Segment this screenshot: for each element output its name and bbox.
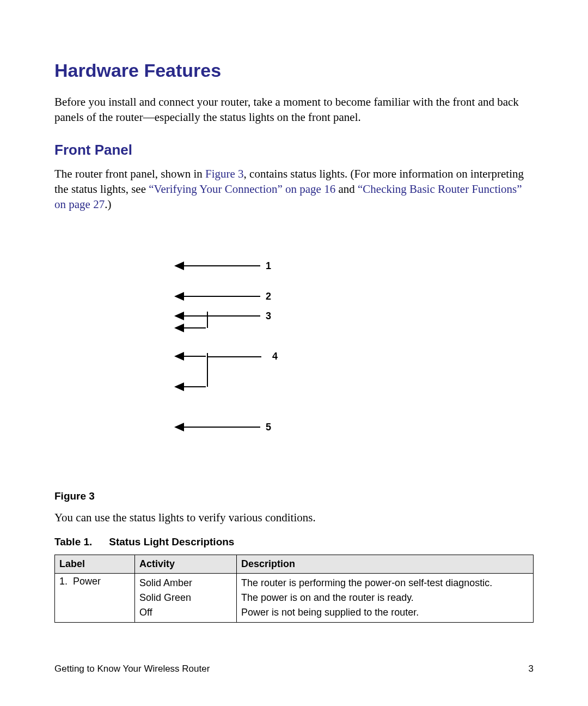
- bracket-line: [207, 312, 208, 328]
- col-header-activity: Activity: [135, 555, 237, 574]
- section-title-front-panel: Front Panel: [54, 142, 534, 159]
- callout-5: 5: [174, 422, 271, 433]
- arrow-line: [184, 315, 260, 317]
- status-light-table: Label Activity Description 1. Power Soli…: [54, 555, 534, 623]
- arrow-left-icon: [174, 312, 184, 320]
- table-number: Table 1.: [54, 536, 106, 548]
- description-value: Power is not being supplied to the route…: [241, 605, 529, 620]
- arrow-line: [184, 327, 206, 328]
- arrow-left-icon: [174, 261, 184, 270]
- arrow-line: [184, 265, 260, 266]
- front-panel-diagram: 1 2 3: [54, 240, 534, 474]
- front-text-a: The router front panel, shown in: [54, 167, 205, 180]
- callout-label-5: 5: [266, 422, 271, 433]
- arrow-line: [184, 356, 206, 357]
- callout-label-2: 2: [266, 291, 271, 302]
- table-subtitle: Status Light Descriptions: [109, 536, 234, 547]
- arrow-left-icon: [174, 352, 184, 361]
- callout-label-4: 4: [272, 351, 278, 362]
- table-row: 1. Power Solid Amber Solid Green Off The…: [55, 574, 534, 623]
- link-verifying-connection[interactable]: “Verifying Your Connection” on page 16: [149, 182, 335, 196]
- activity-value: Solid Green: [139, 591, 232, 605]
- callout-label-1: 1: [266, 260, 271, 272]
- row-label: Power: [73, 576, 101, 587]
- callout-3: 3: [174, 311, 271, 322]
- arrow-left-icon: [174, 324, 184, 332]
- callout-1: 1: [174, 260, 271, 272]
- footer-section-title: Getting to Know Your Wireless Router: [54, 664, 210, 674]
- description-value: The power is on and the router is ready.: [241, 591, 529, 605]
- arrow-left-icon: [174, 292, 184, 301]
- arrow-left-icon: [174, 423, 184, 431]
- callout-4-top: [174, 352, 206, 361]
- col-header-description: Description: [237, 555, 534, 574]
- front-text-c: and: [335, 182, 358, 196]
- activity-value: Off: [139, 605, 232, 620]
- post-figure-paragraph: You can use the status lights to verify …: [54, 510, 534, 525]
- activity-value: Solid Amber: [139, 576, 232, 591]
- link-figure-3[interactable]: Figure 3: [205, 167, 244, 180]
- bracket-line: [207, 353, 208, 387]
- arrow-line: [184, 386, 206, 387]
- description-value: The router is performing the power-on se…: [241, 576, 529, 591]
- arrow-left-icon: [174, 382, 184, 391]
- intro-paragraph: Before you install and connect your rout…: [54, 94, 534, 125]
- row-number: 1.: [59, 576, 68, 587]
- callout-4-bottom: [174, 382, 206, 391]
- front-panel-paragraph: The router front panel, shown in Figure …: [54, 166, 534, 212]
- front-text-d: .): [105, 198, 111, 211]
- figure-caption: Figure 3: [54, 490, 534, 502]
- cell-description: The router is performing the power-on se…: [237, 574, 534, 623]
- cell-activity: Solid Amber Solid Green Off: [135, 574, 237, 623]
- page-title: Hardware Features: [54, 60, 534, 81]
- callout-2: 2: [174, 291, 271, 302]
- footer-page-number: 3: [529, 664, 534, 674]
- arrow-line: [184, 427, 260, 428]
- callout-label-3: 3: [266, 311, 271, 322]
- col-header-label: Label: [55, 555, 135, 574]
- callout-3-sub: [174, 324, 206, 332]
- cell-label: 1. Power: [55, 574, 135, 623]
- bracket-line: [207, 356, 261, 357]
- arrow-line: [184, 296, 260, 297]
- table-title: Table 1. Status Light Descriptions: [54, 536, 534, 548]
- page-footer: Getting to Know Your Wireless Router 3: [54, 664, 534, 674]
